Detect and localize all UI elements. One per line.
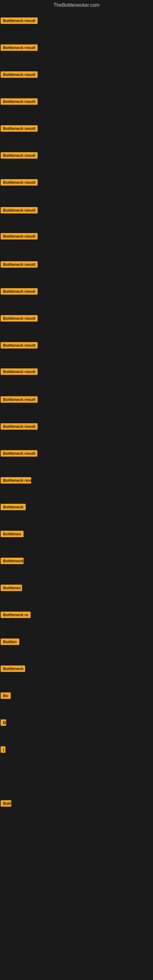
bottleneck-result-item: Bottleneck result <box>1 179 38 187</box>
bottleneck-result-item: Bottleneck result <box>1 288 38 296</box>
bottleneck-result-item: Bottleneck result <box>1 450 37 458</box>
bottleneck-label: Bottleneck result <box>1 207 38 213</box>
bottleneck-result-item: Bottleneck result <box>1 125 38 133</box>
bottleneck-result-item: Bottlenec <box>1 531 24 538</box>
bottleneck-label: Bottleneck result <box>1 368 38 375</box>
bottleneck-result-item: Bottleneck result <box>1 261 38 269</box>
bottleneck-result-item: Bo <box>1 692 11 700</box>
bottleneck-label: Bottleneck result <box>1 477 31 484</box>
bottleneck-label: Bottleneck re <box>1 612 30 618</box>
bottleneck-label: Bottleneck result <box>1 152 38 159</box>
bottleneck-label: Bott <box>1 800 11 807</box>
bottleneck-result-item: Bottleneck result <box>1 72 38 79</box>
bottleneck-label: Bottlenec <box>1 531 24 537</box>
site-title: TheBottlenecker.com <box>0 0 153 9</box>
bottleneck-label: Bottleneck result <box>1 233 38 240</box>
bottleneck-result-item: Bottlenec <box>1 585 22 592</box>
bottleneck-label: B <box>1 719 6 726</box>
bottleneck-label: Bottleneck <box>1 504 26 510</box>
bottleneck-result-item: Bottleneck re <box>1 612 30 619</box>
bottleneck-label: Bottlen <box>1 638 19 645</box>
bottleneck-label: Bottleneck result <box>1 125 38 132</box>
bottleneck-result-item: Bottleneck result <box>1 396 38 404</box>
bottleneck-result-item: Bottleneck <box>1 504 26 511</box>
bottleneck-label: Bottleneck result <box>1 288 38 294</box>
bottleneck-result-item: Bottleneck result <box>1 207 38 215</box>
bottleneck-result-item: Bottleneck result <box>1 45 38 52</box>
bottleneck-label: Bottleneck <box>1 665 25 672</box>
bottleneck-result-item: | <box>1 746 2 754</box>
bottleneck-result-item: Bottleneck <box>1 665 25 673</box>
bottleneck-result-item: Bottleneck result <box>1 98 38 106</box>
bottleneck-result-item: Bottleneck result <box>1 315 38 323</box>
bottleneck-label: Bo <box>1 692 11 699</box>
bottleneck-label: Bottleneck result <box>1 98 38 105</box>
bottleneck-label: Bottleneck <box>1 558 24 564</box>
bottleneck-result-item: B <box>1 719 6 727</box>
bottleneck-result-item: Bottlen <box>1 638 19 646</box>
bottleneck-result-item: Bottleneck result <box>1 368 38 376</box>
bottleneck-result-item: Bottleneck <box>1 558 24 565</box>
bottleneck-label: Bottleneck result <box>1 72 38 78</box>
bottleneck-result-item: Bottleneck result <box>1 423 38 431</box>
bottleneck-label: Bottlenec <box>1 585 22 591</box>
bottleneck-label: Bottleneck result <box>1 315 38 321</box>
bottleneck-result-item: Bottleneck result <box>1 342 38 350</box>
bottleneck-label: | <box>1 746 5 753</box>
bottleneck-label: Bottleneck result <box>1 342 38 348</box>
bottleneck-label: Bottleneck result <box>1 179 38 186</box>
bottleneck-result-item: Bottleneck result <box>1 152 38 160</box>
bottleneck-label: Bottleneck result <box>1 261 38 268</box>
bottleneck-label: Bottleneck result <box>1 450 37 457</box>
bottleneck-result-item: Bottleneck result <box>1 18 38 25</box>
bottleneck-label: Bottleneck result <box>1 45 38 51</box>
bottleneck-result-item: Bottleneck result <box>1 233 38 241</box>
bottleneck-result-item: Bott <box>1 800 11 808</box>
bottleneck-label: Bottleneck result <box>1 423 38 430</box>
bottleneck-label: Bottleneck result <box>1 18 38 24</box>
bottleneck-result-item: Bottleneck result <box>1 477 31 485</box>
bottleneck-label: Bottleneck result <box>1 396 38 403</box>
